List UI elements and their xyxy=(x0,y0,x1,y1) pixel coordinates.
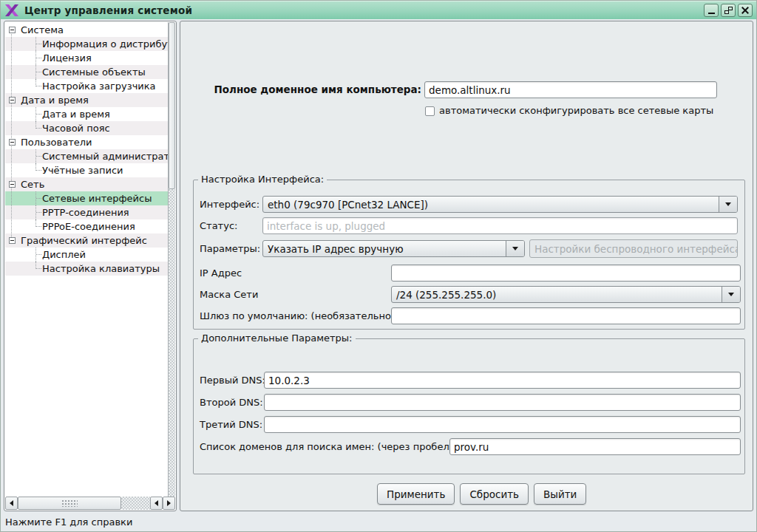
tree-item-gui[interactable]: Графический интерфейс xyxy=(5,233,169,248)
tree-connector-line xyxy=(36,156,41,157)
scroll-right-button[interactable] xyxy=(163,497,175,510)
tree-item-bootloader[interactable]: Настройка загрузчика xyxy=(5,79,169,93)
expander-minus-icon[interactable] xyxy=(9,139,16,146)
tree-item-label: Информация о дистрибутиве xyxy=(42,37,169,51)
tree-item-label: Сетевые интерфейсы xyxy=(42,191,152,205)
params-combobox[interactable]: Указать IP адрес вручную xyxy=(262,240,525,257)
interface-label: Интерфейс: xyxy=(200,196,259,213)
dns2-label: Второй DNS: xyxy=(200,394,263,411)
tree-item-label: Системные объекты xyxy=(42,65,146,79)
tree-item-label: Пользователи xyxy=(21,135,92,149)
tree-item-date-time-page[interactable]: Дата и время xyxy=(5,107,169,121)
interface-combobox-arrow[interactable] xyxy=(719,197,737,212)
tree-item-pppoe[interactable]: PPPoE-соединения xyxy=(5,219,169,233)
triangle-down-icon xyxy=(725,202,731,206)
wireless-settings-button: Настройки беспроводного интерфейса xyxy=(529,239,738,258)
tree-root-line xyxy=(11,30,12,243)
exit-button[interactable]: Выйти xyxy=(534,483,586,505)
tree-item-timezone[interactable]: Часовой пояс xyxy=(5,121,169,135)
ip-input[interactable] xyxy=(391,265,741,282)
tree-connector-line xyxy=(36,254,41,255)
tree-item-label: Лицензия xyxy=(42,51,92,65)
hostname-input[interactable] xyxy=(424,81,717,98)
window-title: Центр управления системой xyxy=(24,4,192,16)
tree-connector-line xyxy=(36,72,41,72)
close-icon xyxy=(741,7,749,14)
apply-button[interactable]: Применить xyxy=(377,483,455,505)
tree-item-users[interactable]: Пользователи xyxy=(5,135,169,149)
gateway-label: Шлюз по умолчанию: (необязательно) xyxy=(200,307,395,324)
expander-minus-icon[interactable] xyxy=(9,237,16,244)
status-bar: Нажмите F1 для справки xyxy=(1,514,756,532)
tree-item-system-objects[interactable]: Системные объекты xyxy=(5,65,169,79)
triangle-left-icon xyxy=(155,500,158,506)
scroll-left-button[interactable] xyxy=(5,497,18,510)
reset-button[interactable]: Сбросить xyxy=(460,483,529,505)
tree-item-sysadmin[interactable]: Системный администратор xyxy=(5,149,169,163)
dns1-input[interactable] xyxy=(264,372,741,389)
tree-connector-line xyxy=(36,226,41,227)
ip-label: IP Адрес xyxy=(200,265,242,282)
dns1-label: Первый DNS: xyxy=(200,372,265,389)
tree-vertical-scrollbar[interactable] xyxy=(168,22,175,497)
tree-item-label: PPTP-соединения xyxy=(42,205,129,219)
params-label: Параметры: xyxy=(200,240,260,257)
interface-combobox[interactable]: eth0 (79c970 [PCnet32 LANCE]) xyxy=(262,196,738,213)
dns3-input[interactable] xyxy=(264,416,741,433)
tree-item-distro-info[interactable]: Информация о дистрибутиве xyxy=(5,37,169,51)
status-label: Статус: xyxy=(200,217,237,234)
tree-item-label: Системный администратор xyxy=(42,149,169,163)
tree-item-label: PPPoE-соединения xyxy=(42,219,135,233)
dns2-input[interactable] xyxy=(264,394,741,411)
tree-item-date-time[interactable]: Дата и время xyxy=(5,93,169,107)
tree-horizontal-scrollbar[interactable] xyxy=(5,497,175,510)
scrollbar-grip-icon xyxy=(61,499,78,507)
netmask-combobox[interactable]: /24 (255.255.255.0) xyxy=(391,286,741,303)
tree-item-system[interactable]: Система xyxy=(5,23,169,37)
tree-item-label: Система xyxy=(21,23,64,37)
tree-item-label: Дата и время xyxy=(42,107,110,121)
tree-item-license[interactable]: Лицензия xyxy=(5,51,169,65)
tree-item-network[interactable]: Сеть xyxy=(5,177,169,191)
tree-item-keyboard[interactable]: Настройка клавиатуры xyxy=(5,262,169,276)
search-domains-input[interactable] xyxy=(449,438,741,455)
minimize-button[interactable] xyxy=(704,4,719,17)
titlebar[interactable]: Центр управления системой xyxy=(1,1,756,19)
tree-item-display[interactable]: Дисплей xyxy=(5,248,169,262)
netmask-combobox-value: /24 (255.255.255.0) xyxy=(392,289,722,301)
vertical-scrollbar-thumb[interactable] xyxy=(169,22,175,189)
params-combobox-arrow[interactable] xyxy=(506,241,524,256)
tree-item-network-interfaces[interactable]: Сетевые интерфейсы xyxy=(5,191,169,205)
netmask-label: Маска Сети xyxy=(200,286,258,303)
tree-connector-line xyxy=(36,114,41,115)
interface-group-title: Настройка Интерфейса: xyxy=(198,174,327,185)
restore-button[interactable] xyxy=(721,4,736,17)
auto-configure-checkbox[interactable] xyxy=(425,106,435,116)
interface-combobox-value: eth0 (79c970 [PCnet32 LANCE]) xyxy=(263,199,719,211)
expander-minus-icon[interactable] xyxy=(9,97,16,103)
tree-item-label: Настройка клавиатуры xyxy=(42,262,160,276)
search-domains-label: Список доменов для поиска имен: (через п… xyxy=(200,438,453,455)
status-input xyxy=(262,217,738,234)
expander-minus-icon[interactable] xyxy=(9,181,16,188)
category-tree-panel: СистемаИнформация о дистрибутивеЛицензия… xyxy=(4,21,177,511)
scrollbar-groove[interactable] xyxy=(121,497,150,510)
netmask-combobox-arrow[interactable] xyxy=(722,287,740,302)
status-text: Нажмите F1 для справки xyxy=(5,516,132,528)
scroll-left-button-alt[interactable] xyxy=(150,497,163,510)
expander-minus-icon[interactable] xyxy=(9,27,16,33)
horizontal-scrollbar-thumb[interactable] xyxy=(18,497,121,510)
tree-item-label: Настройка загрузчика xyxy=(42,79,156,93)
tree-connector-line xyxy=(36,86,41,86)
triangle-down-icon xyxy=(728,293,734,296)
dns3-label: Третий DNS: xyxy=(200,416,262,433)
auto-configure-label: автоматически сконфигурировать все сетев… xyxy=(439,103,713,119)
network-interfaces-page: Полное доменное имя компьютера: автомати… xyxy=(180,21,753,511)
tree-item-accounts[interactable]: Учётные записи xyxy=(5,163,169,177)
gateway-input[interactable] xyxy=(391,307,741,324)
triangle-right-icon xyxy=(167,500,171,506)
tree-item-pptp[interactable]: PPTP-соединения xyxy=(5,205,169,219)
tree-item-label: Графический интерфейс xyxy=(21,233,147,248)
close-button[interactable] xyxy=(738,4,753,17)
window-controls xyxy=(704,4,756,17)
